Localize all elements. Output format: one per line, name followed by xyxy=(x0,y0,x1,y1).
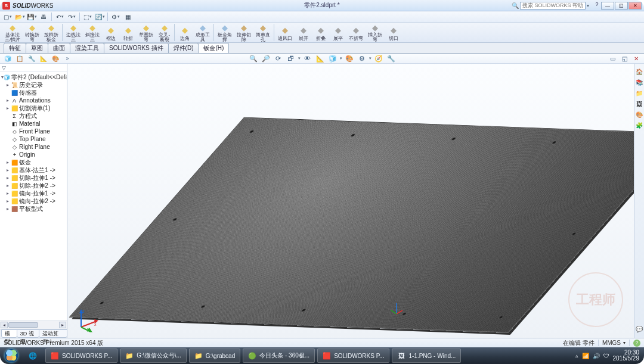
tree-node[interactable]: ▸📜历史记录 xyxy=(0,81,67,89)
tree-node[interactable]: ▸🟨基体-法兰1 -> xyxy=(0,166,67,174)
commandmanager-tab[interactable]: 草图 xyxy=(26,43,48,53)
viewport-minimize[interactable]: ▭ xyxy=(607,54,618,63)
tray-volume-icon[interactable]: 🔊 xyxy=(593,353,600,359)
motion-tab[interactable]: 3D 视图 xyxy=(17,329,39,338)
hud-button-10[interactable]: 🔧 xyxy=(386,54,397,63)
taskbar-item[interactable]: 🖼1-1.PNG - Wind... xyxy=(392,349,461,363)
qat-macro[interactable]: ▦ xyxy=(122,13,133,21)
commandmanager-tab[interactable]: SOLIDWORKS 插件 xyxy=(104,43,169,53)
dimxpert-tab-icon[interactable]: 📐 xyxy=(38,54,49,63)
ribbon-cmd-3[interactable]: ◆ 边线法 三 xyxy=(64,23,82,42)
window-minimize[interactable]: — xyxy=(601,2,614,10)
ribbon-cmd-7[interactable]: ◆ 草图折 弯 xyxy=(137,23,155,42)
commandmanager-tab[interactable]: 钣金(H) xyxy=(198,43,229,53)
ribbon-cmd-20[interactable]: ◆ 切口 xyxy=(385,23,401,42)
window-restore[interactable]: ◱ xyxy=(615,2,628,10)
propertymgr-tab-icon[interactable]: 📋 xyxy=(14,54,25,63)
qat-new[interactable]: ▢ xyxy=(2,13,13,21)
ribbon-cmd-1[interactable]: ◆ 转换折 弯 xyxy=(23,23,41,42)
tree-node[interactable]: ▸🟨切除-拉伸1 -> xyxy=(0,174,67,182)
tree-node[interactable]: ▸🟨镜向-拉伸1 -> xyxy=(0,189,67,197)
taskpane-forum-icon[interactable]: 💬 xyxy=(635,325,643,333)
tree-filter[interactable]: ▽ xyxy=(0,64,67,72)
motion-tab[interactable]: 运动算例 1 xyxy=(39,329,67,338)
tree-node[interactable]: ▸🟨切割清单(1) xyxy=(0,104,67,112)
search-dropdown-icon[interactable]: ▾ xyxy=(587,3,589,8)
ribbon-cmd-9[interactable]: ◆ 边角 xyxy=(177,23,193,42)
tray-network-icon[interactable]: 📶 xyxy=(582,353,589,359)
tree-expand-icon[interactable]: ▸ xyxy=(5,82,11,88)
qat-save[interactable]: 💾 xyxy=(26,13,37,21)
ribbon-cmd-2[interactable]: ◆ 放样折 板金 xyxy=(42,23,60,42)
qat-options[interactable]: ⚙ xyxy=(110,13,121,21)
tree-expand-icon[interactable]: ▸ xyxy=(5,206,11,211)
graphics-viewport[interactable]: z x y 工程师 xyxy=(67,64,634,338)
tree-expand-icon[interactable]: ▸ xyxy=(5,198,11,204)
configmgr-tab-icon[interactable]: 🔧 xyxy=(26,54,37,63)
hud-button-0[interactable]: 🔍 xyxy=(248,54,259,63)
ribbon-cmd-0[interactable]: ◆ 基体法 三/插片 xyxy=(3,23,22,42)
taskbar-item[interactable]: 🟥SOLIDWORKS P... xyxy=(317,349,389,363)
tab-expand-icon[interactable]: » xyxy=(62,54,73,63)
ribbon-cmd-12[interactable]: ◆ 拉伸切 除 xyxy=(235,23,253,42)
displaymgr-tab-icon[interactable]: 🎨 xyxy=(50,54,61,63)
ribbon-cmd-14[interactable]: ◆ 通风口 xyxy=(276,23,294,42)
taskbar-item[interactable]: 📁G:\grabcad xyxy=(189,349,240,363)
ribbon-cmd-17[interactable]: ◆ 展平 xyxy=(330,23,346,42)
motion-tab[interactable]: 模型 xyxy=(1,329,17,338)
commandmanager-tab[interactable]: 特征 xyxy=(4,43,26,53)
ribbon-cmd-18[interactable]: ◆ 不折弯 xyxy=(347,23,365,42)
tree-node[interactable]: ◧Material xyxy=(0,120,67,127)
status-units[interactable]: MMGS▾ xyxy=(598,340,630,346)
tree-node[interactable]: ▸AAnnotations xyxy=(0,97,67,104)
hud-dropdown-icon[interactable]: ▾ xyxy=(369,56,371,61)
tree-node[interactable]: ◇Right Plane xyxy=(0,143,67,151)
sheet-metal-part[interactable] xyxy=(69,117,634,334)
hud-button-9[interactable]: 🧭 xyxy=(373,54,384,63)
tree-expand-icon[interactable]: ▸ xyxy=(5,175,11,181)
hud-button-6[interactable]: 🧊 xyxy=(327,54,338,63)
ribbon-cmd-15[interactable]: ◆ 展开 xyxy=(295,23,311,42)
tree-expand-icon[interactable]: ▸ xyxy=(5,183,11,188)
commandmanager-tab[interactable]: 焊件(D) xyxy=(168,43,199,53)
qat-rebuild[interactable]: 🔄 xyxy=(94,13,105,21)
ribbon-cmd-4[interactable]: ◆ 斜接法 三 xyxy=(83,23,101,42)
tree-node[interactable]: ▸🟧钣金 xyxy=(0,158,67,166)
hud-button-3[interactable]: 🗗 xyxy=(286,54,296,63)
hud-button-2[interactable]: ⟳ xyxy=(273,54,284,63)
taskpane-appearances-icon[interactable]: 🎨 xyxy=(635,110,643,119)
tree-node[interactable]: ◇Top Plane xyxy=(0,135,67,143)
ribbon-cmd-6[interactable]: ◆ 转折 xyxy=(120,23,136,42)
tree-node[interactable]: ▸🟫平板型式 xyxy=(0,205,67,213)
tray-overflow-icon[interactable]: ▵ xyxy=(575,353,578,359)
ribbon-cmd-8[interactable]: ◆ 交叉- 断裂 xyxy=(156,23,172,42)
tree-node[interactable]: ＋Origin xyxy=(0,151,67,158)
viewport-restore[interactable]: ◱ xyxy=(619,54,630,63)
viewport-close[interactable]: ✕ xyxy=(631,54,642,63)
taskbar-item[interactable]: 🟢今日头条 - 360极... xyxy=(243,349,315,363)
tree-node[interactable]: ◇Front Plane xyxy=(0,127,67,135)
taskbar-pin-ie[interactable]: 🌐 xyxy=(21,349,44,363)
tree-scroll-left[interactable]: ◂ xyxy=(1,322,8,328)
taskbar-item[interactable]: 🟥SOLIDWORKS P... xyxy=(45,349,117,363)
commandmanager-tab[interactable]: 渲染工具 xyxy=(70,43,104,53)
tree-expand-icon[interactable]: ▸ xyxy=(5,105,11,111)
taskbar-item[interactable]: 📁G:\微信公众号\... xyxy=(120,349,186,363)
qat-redo[interactable]: ↷ xyxy=(66,13,77,21)
ribbon-cmd-19[interactable]: ◆ 插入折 弯 xyxy=(366,23,384,42)
window-close[interactable]: ✕ xyxy=(628,2,642,10)
ribbon-cmd-16[interactable]: ◆ 折叠 xyxy=(312,23,329,42)
tree-expand-icon[interactable]: ▸ xyxy=(5,191,11,196)
hud-button-7[interactable]: 🎨 xyxy=(344,54,355,63)
hud-button-8[interactable]: ⚙ xyxy=(357,54,367,63)
tree-horizontal-scrollbar[interactable]: ◂ ▸ xyxy=(0,321,67,329)
taskpane-view-palette-icon[interactable]: 🖼 xyxy=(635,99,643,108)
tree-expand-icon[interactable]: ▸ xyxy=(5,160,11,165)
hud-dropdown-icon[interactable]: ▾ xyxy=(298,56,301,61)
hud-button-5[interactable]: 📐 xyxy=(315,54,326,63)
tree-node[interactable]: Σ方程式 xyxy=(0,112,67,120)
tray-safe-icon[interactable]: 🛡 xyxy=(603,353,609,359)
tree-expand-icon[interactable]: ▸ xyxy=(5,98,11,103)
qat-select[interactable]: ⬚ xyxy=(82,13,93,21)
ribbon-cmd-10[interactable]: ◆ 成形工 具 xyxy=(194,23,212,42)
